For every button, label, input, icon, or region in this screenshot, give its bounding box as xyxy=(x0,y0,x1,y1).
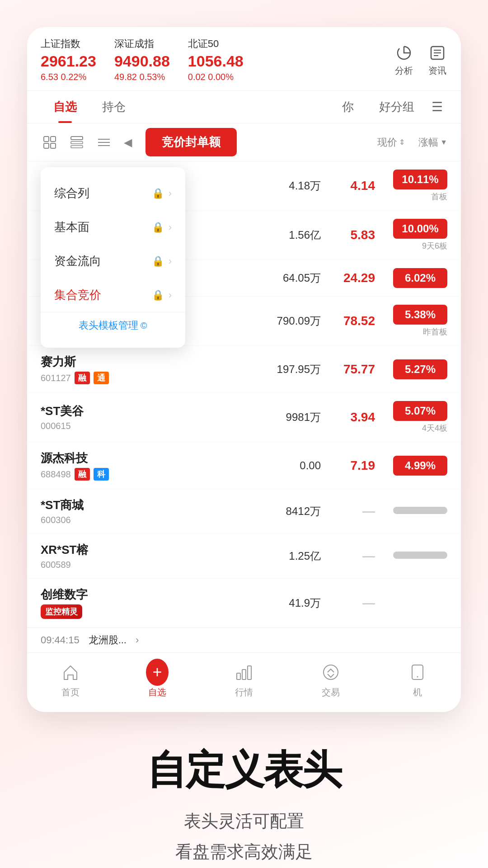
stock-volume: 41.9万 xyxy=(239,596,321,610)
stock-change: 6.02% xyxy=(375,268,447,288)
stock-info: 赛力斯 601127 融 通 xyxy=(41,354,239,384)
column-headers: 现价 ⇕ 涨幅 ▼ xyxy=(377,136,447,149)
svg-rect-5 xyxy=(51,137,56,142)
stock-change: 10.00% 9天6板 xyxy=(375,219,447,251)
pie-chart-icon xyxy=(394,43,414,63)
nav-home-label: 首页 xyxy=(61,686,80,698)
index-shenzhen-value: 9490.88 xyxy=(114,52,170,70)
index-shanghai-value: 2961.23 xyxy=(41,52,96,70)
stock-change: 5.07% 4天4板 xyxy=(375,401,447,434)
stock-price: 4.14 xyxy=(321,179,375,193)
svg-rect-9 xyxy=(71,142,83,144)
change-header[interactable]: 涨幅 ▼ xyxy=(418,136,447,149)
index-beijing-value: 1056.48 xyxy=(188,52,244,70)
nav-device-label: 机 xyxy=(413,686,422,698)
stock-volume: 197.95万 xyxy=(239,362,321,377)
stock-info: 源杰科技 688498 融 科 xyxy=(41,450,239,481)
bottom-nav: 首页 + 自选 行情 xyxy=(27,652,461,712)
table-row[interactable]: 创维数字 监控精灵 41.9万 — xyxy=(27,579,461,627)
stock-volume: 64.05万 xyxy=(239,271,321,285)
status-market: 龙洲股... xyxy=(89,633,127,647)
index-shenzhen[interactable]: 深证成指 9490.88 49.82 0.53% xyxy=(114,37,170,82)
app-card: 上证指数 2961.23 6.53 0.22% 深证成指 9490.88 49.… xyxy=(27,27,461,712)
template-manager-link[interactable]: 表头模板管理 xyxy=(79,320,138,331)
table-row[interactable]: *ST美谷 000615 9981万 3.94 5.07% 4天4板 xyxy=(27,393,461,442)
chevron-right-icon: › xyxy=(136,634,139,646)
tab-bar: 自选 持仓 你 好分组 ☰ xyxy=(27,91,461,123)
tab-group[interactable]: 好分组 xyxy=(366,91,427,123)
sort-icon-price: ⇕ xyxy=(399,138,405,146)
svg-rect-10 xyxy=(71,146,83,148)
lock-icon: 🔒 xyxy=(152,255,164,267)
trade-icon xyxy=(319,661,342,684)
device-icon xyxy=(406,661,429,684)
nav-device[interactable]: 机 xyxy=(374,661,461,698)
chevron-right-icon: › xyxy=(169,255,172,267)
stock-volume: 4.18万 xyxy=(239,179,321,193)
table-row[interactable]: XR*ST榕 600589 1.25亿 — xyxy=(27,534,461,579)
table-row[interactable]: 赛力斯 601127 融 通 197.95万 75.77 5.27% xyxy=(27,346,461,393)
lock-icon: 🔒 xyxy=(152,188,164,199)
svg-rect-7 xyxy=(51,143,56,148)
status-time: 09:44:15 xyxy=(41,634,80,646)
tab-watchlist[interactable]: 自选 xyxy=(41,91,89,123)
stock-volume: 1.56亿 xyxy=(239,228,321,242)
news-button[interactable]: 资讯 xyxy=(427,43,447,77)
stock-info: XR*ST榕 600589 xyxy=(41,542,239,570)
table-row[interactable]: *ST商城 600306 8412万 — xyxy=(27,489,461,534)
stock-price: — xyxy=(321,549,375,563)
dropdown-auction[interactable]: 集合竞价 🔒 › xyxy=(41,278,185,312)
stock-change xyxy=(375,552,447,561)
add-button[interactable]: + xyxy=(146,659,169,686)
svg-rect-15 xyxy=(242,670,246,679)
tab-holdings[interactable]: 持仓 xyxy=(89,91,138,123)
news-icon xyxy=(427,43,447,63)
stock-info: *ST美谷 000615 xyxy=(41,403,239,431)
stock-price: 78.52 xyxy=(321,314,375,328)
table-row[interactable]: 源杰科技 688498 融 科 0.00 7.19 4.99% xyxy=(27,442,461,489)
lock-icon: 🔒 xyxy=(152,222,164,233)
index-beijing[interactable]: 北证50 1056.48 0.02 0.00% xyxy=(188,37,244,82)
analysis-button[interactable]: 分析 xyxy=(394,43,414,77)
nav-market[interactable]: 行情 xyxy=(201,661,287,698)
price-header[interactable]: 现价 ⇕ xyxy=(377,136,405,149)
compete-button[interactable]: 竞价封单额 xyxy=(145,128,237,156)
tab-you[interactable]: 你 xyxy=(329,91,366,123)
nav-trade[interactable]: 交易 xyxy=(287,661,374,698)
dropdown-fundamentals[interactable]: 基本面 🔒 › xyxy=(41,210,185,244)
chevron-right-icon: › xyxy=(169,188,172,199)
stock-price: 7.19 xyxy=(321,458,375,473)
stock-volume: 9981万 xyxy=(239,410,321,425)
stock-change xyxy=(375,507,447,516)
index-beijing-name: 北证50 xyxy=(188,37,244,51)
tab-menu-button[interactable]: ☰ xyxy=(427,95,447,119)
stock-price: — xyxy=(321,504,375,519)
dropdown-comprehensive[interactable]: 综合列 🔒 › xyxy=(41,176,185,210)
svg-rect-4 xyxy=(44,137,49,142)
svg-rect-14 xyxy=(237,673,240,679)
nav-home[interactable]: 首页 xyxy=(27,661,114,698)
table-icon[interactable] xyxy=(68,133,86,151)
index-shanghai-name: 上证指数 xyxy=(41,37,96,51)
grid-icon[interactable] xyxy=(41,133,59,151)
list-icon[interactable] xyxy=(95,133,113,151)
index-shenzhen-name: 深证成指 xyxy=(114,37,170,51)
lock-icon-red: 🔒 xyxy=(152,289,164,301)
nav-market-label: 行情 xyxy=(235,686,253,698)
app-container: 上证指数 2961.23 6.53 0.22% 深证成指 9490.88 49.… xyxy=(0,0,488,712)
stock-volume: 0.00 xyxy=(239,459,321,472)
dropdown-capital-flow[interactable]: 资金流向 🔒 › xyxy=(41,244,185,278)
index-shanghai-change: 6.53 0.22% xyxy=(41,72,96,82)
chevron-left-icon[interactable]: ◀ xyxy=(124,136,132,149)
nav-watchlist-label: 自选 xyxy=(148,686,166,698)
stock-info: *ST商城 600306 xyxy=(41,497,239,525)
nav-trade-label: 交易 xyxy=(322,686,340,698)
svg-rect-16 xyxy=(248,666,251,679)
dropdown-footer: 表头模板管理 © xyxy=(41,312,185,339)
status-bar: 09:44:15 龙洲股... › xyxy=(27,627,461,652)
analysis-label: 分析 xyxy=(395,65,413,77)
nav-watchlist[interactable]: + 自选 xyxy=(114,661,201,698)
index-shanghai[interactable]: 上证指数 2961.23 6.53 0.22% xyxy=(41,37,96,82)
stock-price: 5.83 xyxy=(321,228,375,242)
stock-price: 24.29 xyxy=(321,271,375,285)
